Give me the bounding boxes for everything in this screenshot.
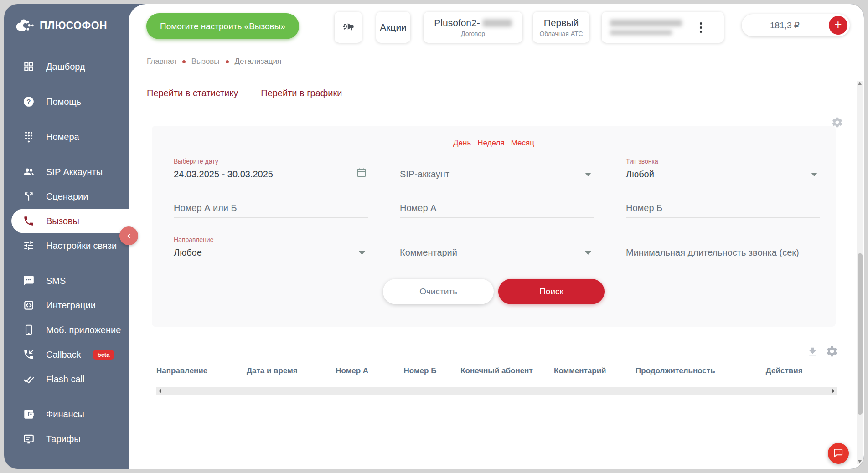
sidebar-item-label: Тарифы <box>46 434 81 444</box>
table-settings-gear-icon[interactable] <box>826 345 838 360</box>
chevron-down-icon[interactable] <box>811 173 817 176</box>
date-range-label: Выберите дату <box>174 158 218 165</box>
vertical-scrollbar-thumb[interactable] <box>858 253 863 415</box>
help-setup-button[interactable]: Помогите настроить «Вызовы» <box>146 13 299 39</box>
sidebar-item-callback[interactable]: Callback beta <box>4 342 129 367</box>
direction-value: Любое <box>174 247 202 258</box>
date-range-field[interactable]: Выберите дату <box>174 158 368 184</box>
account-name-redacted <box>483 19 512 27</box>
scroll-right-arrow-icon[interactable] <box>832 389 835 393</box>
sidebar-item-flash-call[interactable]: Flash call <box>4 367 129 391</box>
tune-icon <box>22 239 35 252</box>
number-b-field[interactable] <box>626 191 820 218</box>
sidebar-item-integrations[interactable]: Интеграции <box>4 293 129 318</box>
number-a-field[interactable] <box>400 191 594 218</box>
user-contact-info <box>610 20 682 35</box>
user-contact-card[interactable] <box>602 12 724 43</box>
scroll-down-arrow-icon[interactable] <box>858 460 862 463</box>
chevron-down-icon[interactable] <box>359 251 365 255</box>
sip-account-placeholder: SIP-аккаунт <box>400 169 450 180</box>
chat-icon <box>832 447 844 460</box>
svg-text:?: ? <box>26 98 31 105</box>
user-phone-redacted <box>610 20 682 26</box>
people-icon <box>22 165 35 178</box>
date-range-input[interactable] <box>174 169 368 184</box>
number-a-or-b-input[interactable] <box>174 203 368 217</box>
go-to-statistics-link[interactable]: Перейти в статистику <box>147 88 238 98</box>
add-balance-button[interactable]: + <box>829 16 847 35</box>
scroll-left-arrow-icon[interactable] <box>159 389 161 393</box>
sidebar-item-label: Настройки связи <box>46 241 117 251</box>
sidebar-item-mobile-app[interactable]: Моб. приложение <box>4 318 129 342</box>
breadcrumb-home[interactable]: Главная <box>147 57 176 66</box>
sidebar-item-scenarios[interactable]: Сценарии <box>4 184 129 209</box>
tab-month[interactable]: Месяц <box>511 139 534 148</box>
download-icon[interactable] <box>807 346 818 359</box>
sidebar-item-label: Номера <box>46 132 79 142</box>
go-to-charts-link[interactable]: Перейти в графики <box>261 88 342 98</box>
plusofon-logo-icon <box>14 16 34 35</box>
kebab-menu-icon[interactable] <box>700 22 702 33</box>
balance-pill: 181,3 ₽ + <box>742 14 850 36</box>
sidebar-item-dashboard[interactable]: Дашборд <box>4 54 129 79</box>
dashboard-icon <box>22 60 35 73</box>
promo-card[interactable]: Акции <box>376 12 410 43</box>
account-card[interactable]: Plusofon2- Договор <box>424 12 522 43</box>
call-type-select[interactable]: Тип звонка Любой <box>626 158 820 184</box>
number-b-input[interactable] <box>626 203 820 217</box>
tab-week[interactable]: Неделя <box>477 139 504 148</box>
flash-call-icon <box>22 373 35 386</box>
sidebar-item-calls[interactable]: Вызовы <box>11 209 129 233</box>
col-duration: Продолжительность <box>619 366 731 375</box>
announcements-button[interactable] <box>335 12 362 43</box>
calendar-icon[interactable] <box>356 167 367 180</box>
filter-buttons: Очистить Поиск <box>152 279 836 304</box>
account-card-title: Plusofon2- <box>434 17 512 28</box>
sidebar-collapse-button[interactable] <box>119 226 138 245</box>
sidebar-item-sms[interactable]: SMS <box>4 268 129 293</box>
col-datetime: Дата и время <box>228 366 316 375</box>
sidebar-item-numbers[interactable]: Номера <box>4 124 129 149</box>
sidebar-item-label: Интеграции <box>46 300 96 311</box>
comment-select[interactable]: Комментарий <box>400 236 594 262</box>
sidebar-item-tariffs[interactable]: Тарифы <box>4 427 129 451</box>
min-duration-input[interactable] <box>626 247 820 262</box>
sidebar-item-label: Дашборд <box>46 62 85 72</box>
col-actions: Действия <box>732 366 837 375</box>
sip-account-select[interactable]: SIP-аккаунт <box>400 158 594 184</box>
sidebar-item-finance[interactable]: Финансы <box>4 402 129 427</box>
min-duration-field[interactable] <box>626 236 820 262</box>
pbx-card[interactable]: Первый Облачная АТС <box>533 12 589 43</box>
search-button[interactable]: Поиск <box>498 279 604 304</box>
clear-button[interactable]: Очистить <box>383 279 494 304</box>
tab-day[interactable]: День <box>453 139 471 148</box>
scroll-up-arrow-icon[interactable] <box>858 82 862 85</box>
direction-select[interactable]: Направление Любое <box>174 236 368 262</box>
user-email-redacted <box>610 30 672 35</box>
col-direction: Направление <box>156 366 228 375</box>
comment-placeholder: Комментарий <box>400 247 457 258</box>
vertical-scrollbar[interactable] <box>857 81 863 464</box>
call-split-icon <box>22 190 35 203</box>
filter-row-3: Направление Любое Комментарий <box>152 236 836 262</box>
tariffs-icon <box>22 432 35 445</box>
sidebar-item-label: Моб. приложение <box>46 325 121 335</box>
sidebar-item-connection-settings[interactable]: Настройки связи <box>4 233 129 258</box>
breadcrumb-calls[interactable]: Вызовы <box>191 57 220 66</box>
number-a-or-b-field[interactable] <box>174 191 368 218</box>
app-page: ПЛЮСОФОН Дашборд ? Помощь Номера SIP Акк… <box>0 0 868 473</box>
chevron-down-icon[interactable] <box>585 251 591 255</box>
table-header-row: Направление Дата и время Номер А Номер Б… <box>156 366 837 375</box>
col-number-b: Номер Б <box>388 366 453 375</box>
sidebar-item-sip-accounts[interactable]: SIP Аккаунты <box>4 159 129 184</box>
page-links: Перейти в статистику Перейти в графики <box>147 88 342 98</box>
number-a-input[interactable] <box>400 203 594 217</box>
megaphone-icon <box>342 20 355 35</box>
call-type-label: Тип звонка <box>626 158 658 165</box>
support-chat-button[interactable] <box>828 443 849 464</box>
chevron-down-icon[interactable] <box>585 173 591 176</box>
col-number-a: Номер А <box>316 366 388 375</box>
sidebar-item-help[interactable]: ? Помощь <box>4 89 129 114</box>
pbx-card-subtitle: Облачная АТС <box>539 30 583 37</box>
table-horizontal-scrollbar[interactable] <box>156 387 837 395</box>
